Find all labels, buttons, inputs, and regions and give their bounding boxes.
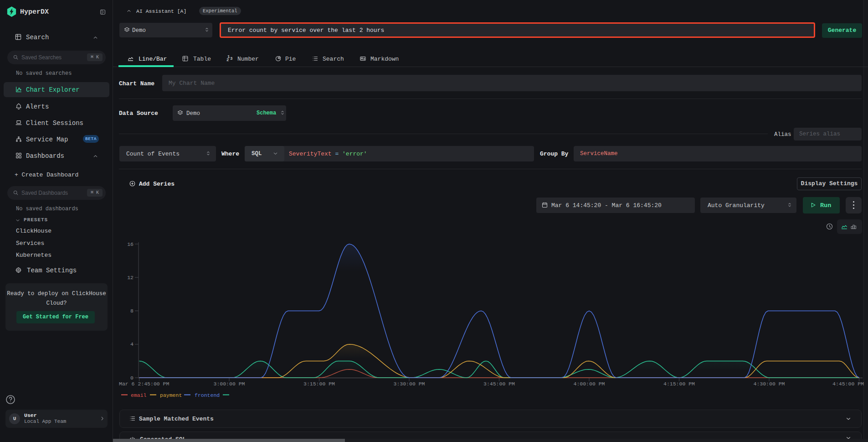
svg-text:frontend: frontend: [195, 392, 220, 398]
svg-text:8: 8: [130, 308, 134, 314]
svg-text:16: 16: [127, 241, 134, 247]
svg-text:4:15:00 PM: 4:15:00 PM: [663, 381, 695, 387]
svg-text:12: 12: [127, 275, 134, 281]
svg-text:4:45:00 PM: 4:45:00 PM: [832, 381, 864, 387]
svg-text:4:30:00 PM: 4:30:00 PM: [753, 381, 785, 387]
svg-text:3:30:00 PM: 3:30:00 PM: [393, 381, 425, 387]
svg-text:0: 0: [130, 375, 134, 381]
svg-text:4:00:00 PM: 4:00:00 PM: [573, 381, 605, 387]
svg-text:Mar 6 2:45:00 PM: Mar 6 2:45:00 PM: [119, 381, 169, 387]
svg-text:payment: payment: [160, 392, 182, 398]
svg-text:3:45:00 PM: 3:45:00 PM: [483, 381, 515, 387]
svg-text:3:15:00 PM: 3:15:00 PM: [303, 381, 335, 387]
svg-text:3:00:00 PM: 3:00:00 PM: [213, 381, 245, 387]
svg-text:4: 4: [130, 341, 134, 347]
svg-text:email: email: [131, 392, 147, 398]
